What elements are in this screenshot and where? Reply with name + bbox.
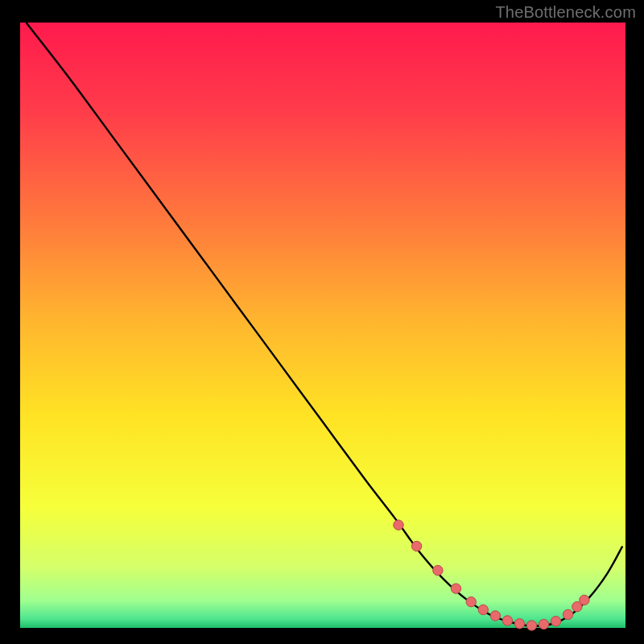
curve-marker bbox=[478, 605, 488, 614]
curve-marker bbox=[526, 621, 536, 630]
curve-marker bbox=[451, 584, 460, 593]
chart-stage: TheBottleneck.com bbox=[0, 0, 644, 644]
curve-marker bbox=[514, 619, 524, 629]
curve-marker bbox=[490, 611, 500, 621]
curve-marker bbox=[563, 609, 572, 619]
curve-marker bbox=[580, 595, 589, 605]
plot-background bbox=[20, 23, 625, 628]
watermark-label: TheBottleneck.com bbox=[495, 3, 636, 22]
curve-marker bbox=[433, 565, 443, 575]
curve-marker bbox=[411, 541, 421, 551]
curve-marker bbox=[551, 617, 560, 626]
curve-marker bbox=[466, 597, 476, 606]
curve-marker bbox=[394, 520, 403, 530]
curve-marker bbox=[539, 619, 548, 629]
bottleneck-chart bbox=[0, 0, 644, 644]
curve-marker bbox=[502, 616, 512, 625]
